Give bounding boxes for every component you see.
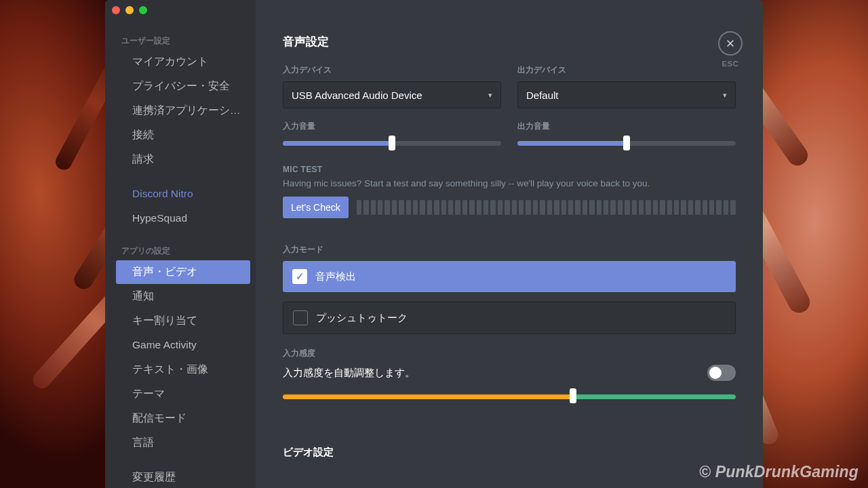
input-device-label: 入力デバイス bbox=[283, 64, 501, 76]
sidebar-item-text-images[interactable]: テキスト・画像 bbox=[116, 358, 250, 382]
mic-test-button[interactable]: Let's Check bbox=[283, 197, 349, 218]
sidebar-item-notifications[interactable]: 通知 bbox=[116, 285, 250, 308]
sidebar-item-language[interactable]: 言語 bbox=[116, 431, 250, 455]
sidebar-item-keybinds[interactable]: キー割り当て bbox=[116, 309, 250, 333]
output-device-value: Default bbox=[526, 89, 559, 101]
auto-sensitivity-toggle[interactable] bbox=[707, 365, 736, 381]
mic-test-description: Having mic issues? Start a test and say … bbox=[283, 178, 736, 188]
toggle-knob bbox=[709, 367, 722, 379]
mode-ptt-label: プッシュトゥトーク bbox=[316, 312, 408, 325]
output-device-label: 出力デバイス bbox=[517, 64, 736, 76]
settings-window: ユーザー設定 マイアカウント プライバシー・安全 連携済アプリケーショ… 接続 … bbox=[105, 0, 763, 488]
sidebar-category-app: アプリの設定 bbox=[105, 240, 256, 260]
close-window-icon[interactable] bbox=[112, 6, 120, 14]
output-volume-slider[interactable] bbox=[517, 138, 736, 148]
sidebar-item-streamer-mode[interactable]: 配信モード bbox=[116, 407, 250, 430]
slider-thumb[interactable] bbox=[623, 136, 630, 150]
sidebar-item-privacy[interactable]: プライバシー・安全 bbox=[116, 75, 250, 98]
input-mode-label: 入力モード bbox=[283, 244, 736, 256]
page-title: 音声設定 bbox=[283, 34, 736, 49]
input-mode-push-to-talk[interactable]: プッシュトゥトーク bbox=[283, 302, 736, 334]
close-button[interactable] bbox=[718, 31, 743, 56]
sidebar-item-billing[interactable]: 請求 bbox=[116, 148, 250, 171]
sidebar-item-appearance[interactable]: テーマ bbox=[116, 382, 250, 406]
minimize-window-icon[interactable] bbox=[125, 6, 134, 14]
input-device-value: USB Advanced Audio Device bbox=[292, 89, 422, 101]
close-settings: ESC bbox=[718, 31, 743, 68]
input-device-select[interactable]: USB Advanced Audio Device ▾ bbox=[283, 81, 501, 108]
chevron-down-icon: ▾ bbox=[488, 91, 492, 100]
sidebar-item-game-activity[interactable]: Game Activity bbox=[116, 333, 250, 357]
input-mode-voice-activity[interactable]: ✓ 音声検出 bbox=[283, 261, 736, 292]
slider-thumb[interactable] bbox=[389, 136, 395, 150]
sidebar-item-my-account[interactable]: マイアカウント bbox=[116, 50, 250, 74]
input-volume-slider[interactable] bbox=[283, 138, 501, 148]
mic-test-label: MIC TEST bbox=[283, 165, 736, 174]
sensitivity-description: 入力感度を自動調整します。 bbox=[283, 367, 415, 380]
mic-level-meter bbox=[357, 200, 736, 215]
sensitivity-slider[interactable] bbox=[283, 390, 736, 403]
settings-content: ESC 音声設定 入力デバイス USB Advanced Audio Devic… bbox=[256, 0, 763, 488]
sidebar-item-hypesquad[interactable]: HypeSquad bbox=[116, 207, 250, 230]
esc-label: ESC bbox=[718, 60, 743, 68]
settings-sidebar: ユーザー設定 マイアカウント プライバシー・安全 連携済アプリケーショ… 接続 … bbox=[105, 0, 256, 488]
sidebar-item-changelog[interactable]: 変更履歴 bbox=[116, 466, 250, 488]
sidebar-category-user: ユーザー設定 bbox=[105, 30, 256, 49]
sidebar-item-authorized-apps[interactable]: 連携済アプリケーショ… bbox=[116, 99, 250, 123]
checkbox-unchecked-icon bbox=[293, 310, 308, 325]
watermark: © PunkDrunkGaming bbox=[699, 463, 859, 481]
sidebar-item-connections[interactable]: 接続 bbox=[116, 123, 250, 147]
sensitivity-label: 入力感度 bbox=[283, 348, 736, 359]
window-controls bbox=[112, 6, 147, 14]
slider-thumb[interactable] bbox=[570, 388, 576, 403]
video-settings-title: ビデオ設定 bbox=[283, 446, 736, 459]
output-device-select[interactable]: Default ▾ bbox=[517, 81, 736, 108]
chevron-down-icon: ▾ bbox=[723, 91, 727, 100]
output-volume-label: 出力音量 bbox=[517, 121, 736, 132]
maximize-window-icon[interactable] bbox=[139, 6, 147, 14]
checkbox-checked-icon: ✓ bbox=[292, 269, 307, 284]
close-icon bbox=[725, 38, 736, 49]
sidebar-item-voice-video[interactable]: 音声・ビデオ bbox=[116, 260, 250, 284]
mode-voice-label: 音声検出 bbox=[315, 270, 356, 283]
input-volume-label: 入力音量 bbox=[283, 121, 501, 132]
sidebar-item-nitro[interactable]: Discord Nitro bbox=[116, 182, 250, 206]
